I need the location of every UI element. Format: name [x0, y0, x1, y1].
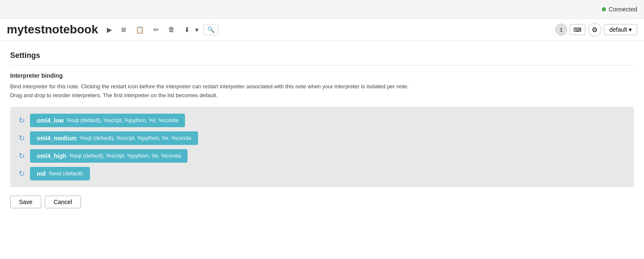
- interrupt-icon: ⊠: [121, 26, 126, 33]
- description-line2: Drag and drop to reorder interpreters. T…: [10, 92, 217, 98]
- notebook-title: mytestnotebook: [7, 23, 98, 36]
- search-button[interactable]: 🔍: [204, 24, 218, 35]
- connected-dot-icon: [602, 7, 606, 11]
- description-line1: Bind interpreter for this note. Clicking…: [10, 83, 409, 90]
- keyboard-shortcuts-button[interactable]: ⌨: [570, 24, 585, 35]
- interpreter-tags-1: %sql (default), %script, %python, %r, %c…: [78, 135, 191, 141]
- cancel-button[interactable]: Cancel: [45, 196, 81, 208]
- restart-icon-1[interactable]: ↻: [19, 134, 25, 143]
- restart-icon-3[interactable]: ↻: [19, 169, 25, 178]
- interpreter-badge-3[interactable]: md %md (default): [30, 167, 90, 180]
- interpreter-name-3: md: [37, 170, 46, 177]
- connection-status: Connected: [602, 6, 637, 13]
- restart-icon-2[interactable]: ↻: [19, 151, 25, 161]
- run-button[interactable]: ▶: [104, 24, 115, 36]
- interpreter-tags-2: %sql (default), %script, %python, %r, %c…: [68, 153, 181, 159]
- action-buttons: Save Cancel: [10, 196, 634, 208]
- interpreter-badge-0[interactable]: oml4_low %sql (default), %script, %pytho…: [30, 114, 185, 127]
- interpreter-name-0: oml4_low: [37, 117, 64, 124]
- restart-icon-0[interactable]: ↻: [19, 116, 25, 125]
- interpreter-name-1: oml4_medium: [37, 135, 76, 142]
- run-icon: ▶: [107, 26, 112, 34]
- book-button[interactable]: 📋: [133, 24, 147, 36]
- interpreter-badge-2[interactable]: oml4_high %sql (default), %script, %pyth…: [30, 149, 187, 163]
- interpreter-badge-1[interactable]: oml4_medium %sql (default), %script, %py…: [30, 131, 198, 145]
- trash-icon: 🗑: [168, 26, 175, 33]
- save-button[interactable]: Save: [10, 196, 41, 208]
- chevron-down-icon: ▾: [195, 26, 198, 34]
- interrupt-button[interactable]: ⊠: [118, 24, 129, 35]
- default-label: default: [609, 26, 627, 33]
- kernel-count-badge: 1: [555, 24, 567, 35]
- top-bar: Connected: [0, 0, 644, 19]
- interpreter-tags-0: %sql (default), %script, %python, %r, %c…: [65, 117, 178, 123]
- download-button[interactable]: ⬇: [181, 24, 193, 36]
- download-icon: ⬇: [184, 26, 190, 34]
- search-icon: 🔍: [207, 26, 215, 33]
- edit-button[interactable]: ✏: [150, 24, 162, 36]
- interpreters-list: ↻ oml4_low %sql (default), %script, %pyt…: [10, 107, 634, 187]
- interpreter-row: ↻ oml4_low %sql (default), %script, %pyt…: [19, 114, 625, 127]
- header-right: 1 ⌨ ⚙ default ▾: [555, 23, 637, 36]
- interpreter-tags-3: %md (default): [47, 170, 83, 177]
- section-title: Interpreter binding: [10, 72, 634, 79]
- chevron-down-icon: ▾: [629, 26, 632, 33]
- interpreter-row: ↻ oml4_medium %sql (default), %script, %…: [19, 131, 625, 145]
- notebook-header: mytestnotebook ▶ ⊠ 📋 ✏ 🗑 ⬇ ▾ 🔍 1 ⌨ ⚙ def…: [0, 19, 644, 41]
- connected-label: Connected: [609, 6, 637, 13]
- keyboard-icon: ⌨: [573, 27, 582, 33]
- section-description: Bind interpreter for this note. Clicking…: [10, 82, 634, 100]
- main-content: Settings Interpreter binding Bind interp…: [0, 41, 644, 215]
- page-title: Settings: [10, 51, 634, 65]
- book-icon: 📋: [136, 26, 144, 34]
- gear-icon: ⚙: [592, 26, 598, 34]
- default-dropdown-button[interactable]: default ▾: [604, 24, 637, 35]
- delete-button[interactable]: 🗑: [165, 24, 178, 35]
- download-dropdown-button[interactable]: ▾: [193, 24, 200, 36]
- settings-gear-button[interactable]: ⚙: [588, 23, 601, 36]
- interpreter-row: ↻ md %md (default): [19, 167, 625, 180]
- edit-icon: ✏: [153, 26, 159, 34]
- interpreter-name-2: oml4_high: [37, 153, 66, 159]
- interpreter-row: ↻ oml4_high %sql (default), %script, %py…: [19, 149, 625, 163]
